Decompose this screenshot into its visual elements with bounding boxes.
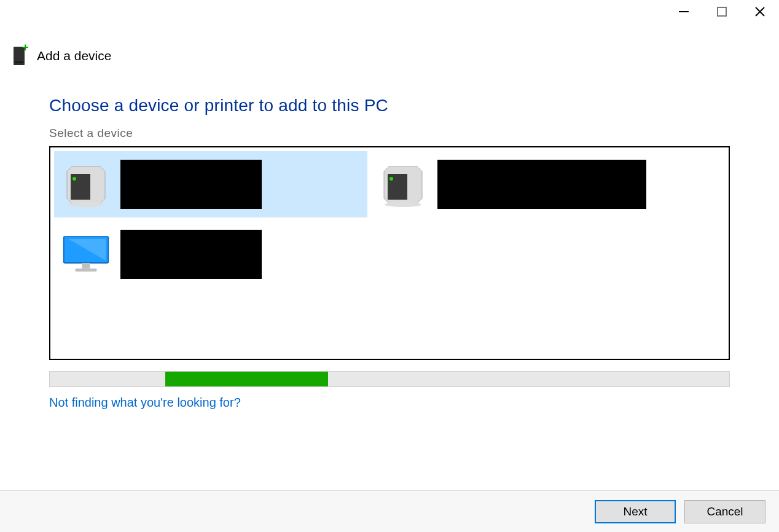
display-icon (61, 230, 111, 279)
not-finding-link[interactable]: Not finding what you're looking for? (49, 396, 730, 410)
add-device-wizard-window: + Add a device Choose a device or printe… (0, 0, 779, 532)
render-device-icon (378, 160, 428, 209)
page-heading: Choose a device or printer to add to thi… (49, 96, 730, 115)
content: Choose a device or printer to add to thi… (0, 66, 779, 490)
minimize-icon (679, 11, 689, 12)
svg-rect-14 (75, 268, 96, 272)
footer: Next Cancel (0, 490, 779, 532)
svg-point-6 (72, 177, 76, 181)
device-item[interactable] (54, 221, 367, 288)
device-label (437, 160, 646, 209)
progress-indicator (165, 372, 328, 386)
plus-icon: + (22, 44, 31, 53)
svg-rect-13 (82, 263, 90, 268)
device-item[interactable] (371, 151, 684, 217)
device-label (120, 230, 262, 279)
svg-rect-0 (679, 11, 689, 12)
svg-point-10 (390, 177, 393, 181)
titlebar (0, 0, 779, 31)
header-title: Add a device (37, 49, 111, 63)
close-button[interactable] (741, 0, 779, 23)
render-device-icon (61, 160, 111, 209)
device-item[interactable] (54, 151, 367, 217)
window-controls (665, 0, 779, 23)
page-subheading: Select a device (49, 127, 730, 140)
cancel-button[interactable]: Cancel (684, 500, 765, 523)
search-progress-bar (49, 371, 730, 387)
maximize-button[interactable] (703, 0, 741, 23)
minimize-button[interactable] (665, 0, 703, 23)
add-device-icon: + (12, 45, 29, 66)
maximize-icon (717, 7, 727, 17)
svg-rect-1 (718, 7, 726, 16)
device-label (120, 160, 262, 209)
device-list (49, 146, 730, 360)
next-button[interactable]: Next (595, 500, 676, 523)
svg-point-11 (385, 202, 421, 207)
close-icon (754, 6, 765, 17)
svg-point-7 (68, 202, 104, 207)
header: + Add a device (0, 31, 779, 66)
